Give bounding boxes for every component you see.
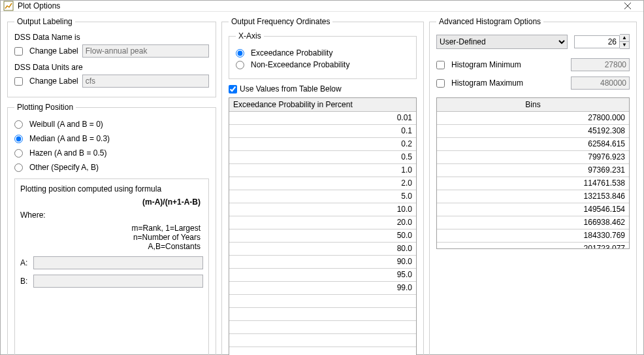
hazen-radio[interactable] — [14, 149, 23, 158]
titlebar: Plot Options — [1, 1, 643, 12]
weibull-label: Weibull (A and B = 0) — [29, 120, 103, 129]
nonexceedance-label: Non-Exceedance Probability — [251, 60, 349, 69]
table-row[interactable]: 20.0 — [229, 216, 416, 229]
app-icon — [3, 1, 14, 11]
a-label: A: — [20, 258, 29, 267]
output-labeling-legend: Output Labeling — [14, 17, 75, 26]
other-label: Other (Specify A, B) — [29, 163, 99, 172]
table-row[interactable]: 201723.077 — [437, 243, 629, 248]
histogram-legend: Advanced Histogram Options — [436, 17, 543, 26]
hist-min-checkbox[interactable] — [436, 61, 445, 69]
ordinates-table[interactable]: Exceedance Probability in Percent 0.010.… — [229, 97, 417, 355]
spinner-down-icon[interactable]: ▼ — [620, 41, 629, 48]
ordinates-legend: Output Frequency Ordinates — [229, 17, 332, 26]
table-row[interactable]: 27800.000 — [437, 112, 629, 125]
table-row[interactable] — [229, 295, 416, 308]
nonexceedance-radio[interactable] — [236, 61, 244, 69]
table-row[interactable] — [229, 347, 416, 355]
bins-table-header: Bins — [437, 98, 629, 112]
table-row[interactable]: 1.0 — [229, 164, 416, 177]
exceedance-radio[interactable] — [236, 49, 244, 58]
a-input[interactable] — [33, 256, 203, 269]
table-row[interactable]: 79976.923 — [437, 151, 629, 164]
bin-count-input[interactable] — [574, 35, 620, 48]
change-name-checkbox[interactable] — [14, 47, 23, 56]
where-line2: n=Number of Years — [20, 233, 201, 242]
table-row[interactable]: 0.01 — [229, 112, 416, 125]
table-row[interactable] — [229, 321, 416, 334]
formula-box: Plotting position computed using formula… — [14, 178, 209, 355]
where-label: Where: — [20, 211, 203, 220]
other-radio[interactable] — [14, 163, 23, 172]
table-row[interactable]: 45192.308 — [437, 125, 629, 138]
table-row[interactable]: 149546.154 — [437, 203, 629, 216]
close-icon[interactable] — [615, 1, 641, 11]
table-row[interactable]: 50.0 — [229, 229, 416, 243]
table-row[interactable]: 62584.615 — [437, 138, 629, 151]
hist-min-input[interactable] — [571, 58, 630, 71]
data-units-are-label: DSS Data Units are — [14, 63, 209, 72]
spinner-up-icon[interactable]: ▲ — [620, 35, 629, 41]
table-row[interactable]: 80.0 — [229, 243, 416, 256]
data-units-input[interactable] — [82, 75, 209, 88]
formula-desc: Plotting position computed using formula — [20, 184, 203, 194]
weibull-radio[interactable] — [14, 120, 23, 129]
data-name-is-label: DSS Data Name is — [14, 33, 209, 42]
change-units-label: Change Label — [29, 76, 78, 86]
window-title: Plot Options — [18, 1, 615, 10]
table-row[interactable]: 2.0 — [229, 177, 416, 190]
hist-max-checkbox[interactable] — [436, 79, 445, 88]
table-row[interactable]: 99.0 — [229, 282, 416, 295]
where-line1: m=Rank, 1=Largest — [20, 224, 201, 233]
xaxis-legend: X-Axis — [236, 31, 264, 41]
median-label: Median (A and B = 0.3) — [29, 134, 110, 143]
change-units-checkbox[interactable] — [14, 77, 23, 86]
plotting-position-group: Plotting Position Weibull (A and B = 0) … — [7, 103, 216, 355]
exceedance-label: Exceedance Probability — [251, 48, 332, 58]
table-row[interactable]: 0.1 — [229, 125, 416, 138]
table-row[interactable]: 97369.231 — [437, 164, 629, 177]
change-name-label: Change Label — [29, 46, 78, 56]
ordinates-group: Output Frequency Ordinates X-Axis Exceed… — [221, 17, 424, 355]
where-line3: A,B=Constants — [20, 242, 201, 251]
use-values-checkbox[interactable] — [229, 85, 237, 93]
table-row[interactable]: 5.0 — [229, 190, 416, 203]
ordinates-table-header: Exceedance Probability in Percent — [229, 98, 416, 112]
bins-table[interactable]: Bins 27800.00045192.30862584.61579976.92… — [436, 97, 630, 249]
xaxis-group: X-Axis Exceedance Probability Non-Exceed… — [229, 31, 417, 79]
table-row[interactable]: 10.0 — [229, 203, 416, 216]
histogram-group: Advanced Histogram Options User-Defined … — [429, 17, 637, 355]
table-row[interactable]: 166938.462 — [437, 216, 629, 229]
table-row[interactable]: 0.2 — [229, 138, 416, 151]
hazen-label: Hazen (A and B = 0.5) — [29, 148, 106, 158]
table-row[interactable]: 95.0 — [229, 269, 416, 282]
table-row[interactable]: 90.0 — [229, 256, 416, 269]
hist-max-input[interactable] — [571, 76, 630, 90]
hist-min-label: Histogram Minimum — [451, 60, 567, 69]
table-row[interactable]: 114761.538 — [437, 177, 629, 190]
median-radio[interactable] — [14, 135, 23, 143]
histogram-mode-select[interactable]: User-Defined — [436, 35, 568, 49]
use-values-label: Use Values from Table Below — [240, 84, 342, 93]
plot-options-window: Plot Options Output Labeling DSS Data Na… — [0, 0, 644, 355]
plotting-position-legend: Plotting Position — [14, 103, 76, 112]
b-input[interactable] — [33, 275, 203, 288]
formula-text: (m-A)/(n+1-A-B) — [20, 197, 203, 207]
output-labeling-group: Output Labeling DSS Data Name is Change … — [7, 17, 216, 97]
bin-count-stepper[interactable]: ▲▼ — [574, 34, 630, 49]
table-row[interactable]: 0.5 — [229, 151, 416, 164]
table-row[interactable] — [229, 308, 416, 321]
table-row[interactable]: 132153.846 — [437, 190, 629, 203]
table-row[interactable]: 184330.769 — [437, 229, 629, 243]
data-name-input[interactable] — [82, 44, 209, 58]
b-label: B: — [20, 277, 29, 286]
table-row[interactable] — [229, 334, 416, 347]
hist-max-label: Histogram Maximum — [451, 78, 567, 88]
svg-rect-0 — [4, 1, 13, 10]
